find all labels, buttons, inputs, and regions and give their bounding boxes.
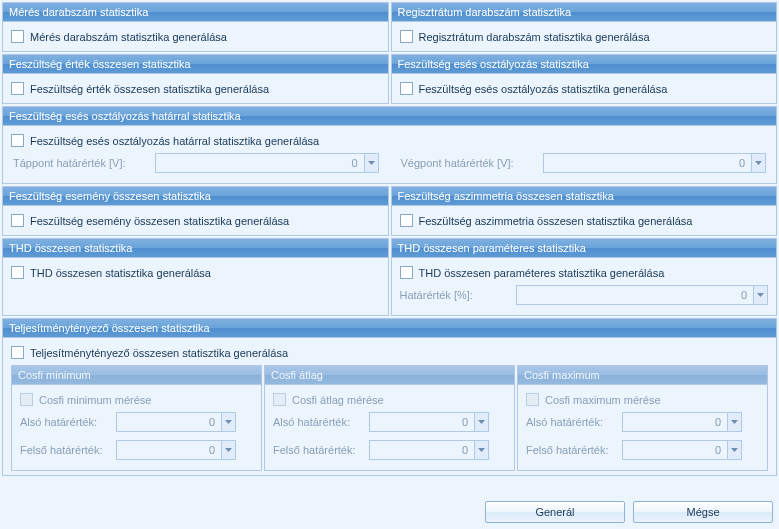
checkbox-row: Mérés darabszám statisztika generálása — [11, 28, 380, 45]
checkbox-thd-param[interactable] — [400, 266, 413, 279]
panel-meres-darabszam: Mérés darabszám statisztika Mérés darabs… — [2, 2, 389, 52]
panel-header: Cosfi maximum — [518, 366, 767, 385]
checkbox-cosfi-atlag — [273, 393, 286, 406]
chevron-down-icon[interactable] — [221, 441, 235, 459]
checkbox-telj[interactable] — [11, 346, 24, 359]
panel-header: Feszültség esés osztályozás határral sta… — [3, 107, 776, 126]
svg-marker-5 — [478, 420, 485, 424]
label-tappont: Táppont határérték [V]: — [13, 157, 143, 169]
input-cosfi-max-also[interactable]: 0 — [622, 412, 742, 432]
input-cosfi-atlag-felso[interactable]: 0 — [369, 440, 489, 460]
field-row-also: Alsó határérték: 0 — [20, 408, 253, 436]
checkbox-label: Regisztrátum darabszám statisztika gener… — [419, 31, 650, 43]
svg-marker-1 — [755, 161, 762, 165]
cosfi-row: Cosfi minimum Cosfi minimum mérése Alsó … — [11, 365, 768, 471]
panel-thd-parameteres: THD összesen paraméteres statisztika THD… — [391, 238, 778, 316]
input-cosfi-min-also[interactable]: 0 — [116, 412, 236, 432]
checkbox-row: Regisztrátum darabszám statisztika gener… — [400, 28, 769, 45]
panel-body: Feszültség esés osztályozás statisztika … — [392, 74, 777, 103]
row-1: Mérés darabszám statisztika Mérés darabs… — [2, 2, 777, 52]
panel-header: Feszültség esés osztályozás statisztika — [392, 55, 777, 74]
field-row-felso: Felső határérték: 0 — [526, 436, 759, 464]
panel-teljesitmenytenyezo: Teljesítménytényező összesen statisztika… — [2, 318, 777, 476]
checkbox-label: Feszültség érték összesen statisztika ge… — [30, 83, 269, 95]
input-cosfi-atlag-also[interactable]: 0 — [369, 412, 489, 432]
panel-header: Regisztrátum darabszám statisztika — [392, 3, 777, 22]
svg-marker-6 — [478, 448, 485, 452]
panel-body: Cosfi maximum mérése Alsó határérték: 0 … — [518, 385, 767, 470]
chevron-down-icon[interactable] — [474, 441, 488, 459]
checkbox-fesz-eses-hatar[interactable] — [11, 134, 24, 147]
panel-feszultseg-eses-osztalyozas: Feszültség esés osztályozás statisztika … — [391, 54, 778, 104]
field-row-also: Alsó határérték: 0 — [273, 408, 506, 436]
chevron-down-icon[interactable] — [221, 413, 235, 431]
checkbox-label: Feszültség esemény összesen statisztika … — [30, 215, 289, 227]
input-hatarertek[interactable]: 0 — [516, 285, 769, 305]
chevron-down-icon[interactable] — [727, 413, 741, 431]
chevron-down-icon[interactable] — [751, 154, 765, 172]
input-value: 0 — [544, 157, 752, 169]
panel-header: Teljesítménytényező összesen statisztika — [3, 319, 776, 338]
checkbox-fesz-ertek[interactable] — [11, 82, 24, 95]
chevron-down-icon[interactable] — [474, 413, 488, 431]
panel-header: Feszültség aszimmetria összesen statiszt… — [392, 187, 777, 206]
svg-marker-2 — [757, 293, 764, 297]
input-value: 0 — [156, 157, 364, 169]
input-value: 0 — [370, 416, 474, 428]
checkbox-cosfi-max — [526, 393, 539, 406]
root-container: Mérés darabszám statisztika Mérés darabs… — [0, 0, 779, 529]
limit-fields-row: Táppont határérték [V]: 0 Végpont határé… — [11, 149, 768, 177]
checkbox-row: Feszültség esés osztályozás határral sta… — [11, 132, 768, 149]
panel-body: Cosfi minimum mérése Alsó határérték: 0 … — [12, 385, 261, 470]
svg-marker-4 — [225, 448, 232, 452]
checkbox-label: Cosfi minimum mérése — [39, 394, 151, 406]
checkbox-row: Cosfi maximum mérése — [526, 391, 759, 408]
panel-header: Mérés darabszám statisztika — [3, 3, 388, 22]
checkbox-fesz-aszimm[interactable] — [400, 214, 413, 227]
panel-body: Feszültség aszimmetria összesen statiszt… — [392, 206, 777, 235]
panel-cosfi-minimum: Cosfi minimum Cosfi minimum mérése Alsó … — [11, 365, 262, 471]
chevron-down-icon[interactable] — [727, 441, 741, 459]
label-vegpont: Végpont határérték [V]: — [401, 157, 531, 169]
panel-thd-osszesen: THD összesen statisztika THD összesen st… — [2, 238, 389, 316]
svg-marker-7 — [731, 420, 738, 424]
input-cosfi-min-felso[interactable]: 0 — [116, 440, 236, 460]
panel-header: THD összesen statisztika — [3, 239, 388, 258]
input-vegpont[interactable]: 0 — [543, 153, 767, 173]
panel-body: Feszültség esemény összesen statisztika … — [3, 206, 388, 235]
svg-marker-8 — [731, 448, 738, 452]
checkbox-regisztratum[interactable] — [400, 30, 413, 43]
checkbox-thd-ossz[interactable] — [11, 266, 24, 279]
input-value: 0 — [370, 444, 474, 456]
chevron-down-icon[interactable] — [753, 286, 767, 304]
label-hatarertek: Határérték [%]: — [400, 289, 510, 301]
panel-header: Feszültség érték összesen statisztika — [3, 55, 388, 74]
input-value: 0 — [517, 289, 754, 301]
megse-button[interactable]: Mégse — [633, 501, 773, 523]
chevron-down-icon[interactable] — [364, 154, 378, 172]
field-row-felso: Felső határérték: 0 — [273, 436, 506, 464]
checkbox-label: Cosfi maximum mérése — [545, 394, 661, 406]
checkbox-row: Feszültség esemény összesen statisztika … — [11, 212, 380, 229]
checkbox-row: Feszültség érték összesen statisztika ge… — [11, 80, 380, 97]
input-cosfi-max-felso[interactable]: 0 — [622, 440, 742, 460]
panel-header: Cosfi átlag — [265, 366, 514, 385]
checkbox-row: THD összesen statisztika generálása — [11, 264, 380, 281]
checkbox-label: Teljesítménytényező összesen statisztika… — [30, 347, 288, 359]
input-tappont[interactable]: 0 — [155, 153, 379, 173]
field-row-felso: Felső határérték: 0 — [20, 436, 253, 464]
checkbox-fesz-eses-oszt[interactable] — [400, 82, 413, 95]
checkbox-label: THD összesen statisztika generálása — [30, 267, 211, 279]
checkbox-label: Feszültség esés osztályozás statisztika … — [419, 83, 668, 95]
general-button[interactable]: Generál — [485, 501, 625, 523]
panel-header: THD összesen paraméteres statisztika — [392, 239, 777, 258]
input-value: 0 — [117, 416, 221, 428]
label-felso: Felső határérték: — [526, 444, 616, 456]
checkbox-meres-darabszam[interactable] — [11, 30, 24, 43]
checkbox-row: Cosfi átlag mérése — [273, 391, 506, 408]
field-row-also: Alsó határérték: 0 — [526, 408, 759, 436]
checkbox-row: Teljesítménytényező összesen statisztika… — [11, 344, 768, 361]
checkbox-label: Mérés darabszám statisztika generálása — [30, 31, 227, 43]
checkbox-fesz-esemeny[interactable] — [11, 214, 24, 227]
panel-body: Teljesítménytényező összesen statisztika… — [3, 338, 776, 475]
